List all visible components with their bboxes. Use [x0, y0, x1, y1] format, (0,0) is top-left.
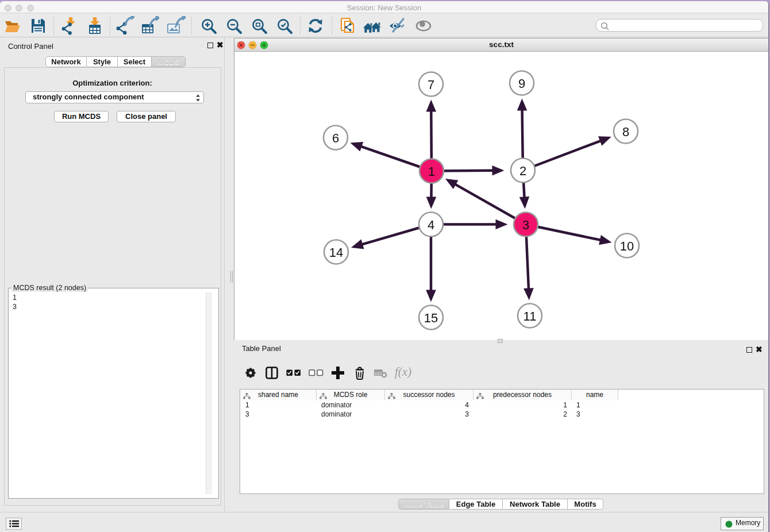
svg-text:8: 8 [622, 125, 629, 139]
svg-text:2: 2 [519, 164, 526, 178]
svg-text:14: 14 [329, 245, 343, 260]
svg-text:11: 11 [523, 309, 537, 323]
svg-text:9: 9 [518, 76, 525, 91]
svg-text:1: 1 [428, 164, 435, 179]
svg-text:10: 10 [620, 239, 634, 253]
svg-text:3: 3 [522, 218, 529, 232]
svg-text:4: 4 [428, 218, 434, 232]
svg-text:6: 6 [332, 131, 339, 145]
svg-text:7: 7 [428, 78, 434, 92]
svg-text:15: 15 [424, 311, 438, 325]
